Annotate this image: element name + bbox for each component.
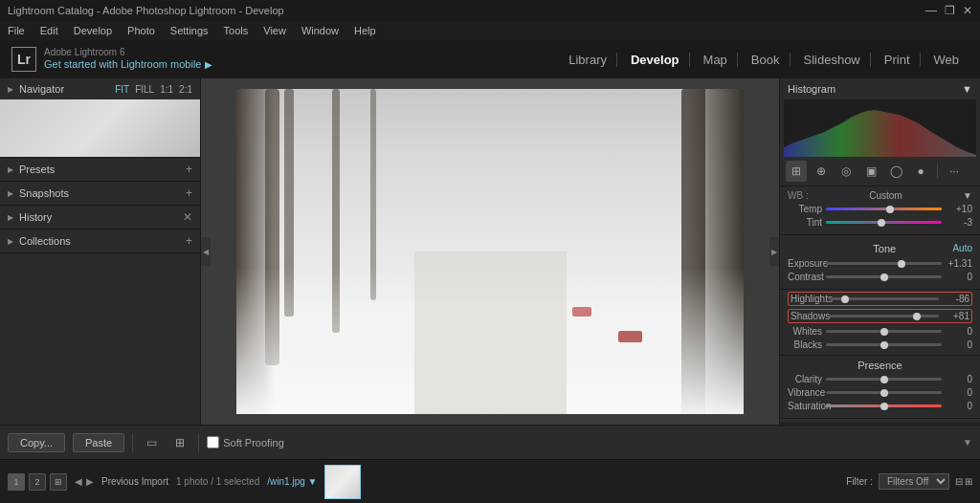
menu-window[interactable]: Window — [301, 25, 339, 36]
clarity-thumb[interactable] — [880, 376, 888, 383]
whites-thumb[interactable] — [880, 328, 888, 336]
menu-file[interactable]: File — [8, 25, 25, 36]
maximize-button[interactable]: ❐ — [945, 4, 955, 17]
nav-fill[interactable]: FILL — [135, 84, 154, 95]
blacks-slider[interactable] — [826, 343, 942, 346]
menu-view[interactable]: View — [263, 25, 286, 36]
nav-develop[interactable]: Develop — [621, 53, 690, 67]
shadows-thumb[interactable] — [913, 313, 921, 320]
collections-header[interactable]: ▶ Collections + — [0, 230, 200, 252]
menu-tools[interactable]: Tools — [224, 25, 249, 36]
nav-library[interactable]: Library — [559, 53, 617, 67]
more-tool[interactable]: ··· — [944, 161, 965, 182]
filter-dropdown[interactable]: Filters Off — [879, 473, 949, 490]
filmstrip-grid-icon[interactable]: ⊞ — [50, 473, 67, 491]
contrast-thumb[interactable] — [880, 273, 888, 281]
heal-tool[interactable]: ⊕ — [811, 161, 832, 182]
highlights-thumb[interactable] — [841, 295, 849, 303]
soft-proofing-toggle[interactable]: Soft Proofing — [207, 436, 284, 448]
tone-auto-btn[interactable]: Auto — [952, 243, 972, 253]
saturation-label: Saturation — [788, 401, 822, 411]
saturation-thumb[interactable] — [880, 403, 888, 410]
wb-dropdown-icon[interactable]: ▼ — [963, 190, 972, 201]
crop-tool[interactable]: ⊞ — [786, 161, 807, 182]
tint-thumb[interactable] — [878, 219, 885, 227]
grad-tool[interactable]: ▣ — [860, 161, 881, 182]
menu-photo[interactable]: Photo — [127, 25, 155, 36]
collections-add-icon[interactable]: + — [186, 234, 192, 248]
tint-slider[interactable] — [826, 221, 942, 224]
history-header[interactable]: ▶ History ✕ — [0, 206, 200, 229]
filmstrip-import-label[interactable]: Previous Import — [101, 476, 168, 487]
wb-value[interactable]: Custom — [869, 190, 902, 201]
filmstrip-prev-arrow[interactable]: ◀ — [75, 476, 82, 487]
menu-help[interactable]: Help — [354, 25, 376, 36]
nav-map[interactable]: Map — [694, 53, 738, 67]
presets-header[interactable]: ▶ Presets + — [0, 158, 200, 181]
nav-2to1[interactable]: 2:1 — [179, 84, 192, 95]
clarity-slider[interactable] — [826, 378, 942, 381]
paste-button[interactable]: Paste — [73, 433, 124, 452]
nav-fit[interactable]: FIT — [115, 84, 129, 95]
copy-button[interactable]: Copy... — [8, 433, 65, 452]
temp-thumb[interactable] — [886, 206, 894, 213]
vibrance-thumb[interactable] — [880, 389, 888, 397]
film-thumb-1[interactable] — [324, 465, 361, 499]
filmstrip-single-view[interactable]: 1 — [8, 473, 25, 491]
blacks-thumb[interactable] — [880, 341, 888, 349]
tint-value: -3 — [946, 217, 972, 228]
snapshots-header[interactable]: ▶ Snapshots + — [0, 182, 200, 205]
radial-tool[interactable]: ◯ — [885, 161, 906, 182]
filmstrip-grid-view[interactable]: 2 — [29, 473, 46, 491]
right-panel-collapse[interactable]: ▶ — [769, 237, 779, 266]
presets-add-icon[interactable]: + — [186, 163, 192, 176]
filmstrip-next-arrow[interactable]: ▶ — [86, 476, 94, 487]
exposure-slider[interactable] — [826, 262, 942, 265]
nav-slideshow[interactable]: Slideshow — [794, 53, 871, 67]
history-clear-icon[interactable]: ✕ — [183, 210, 192, 224]
saturation-value: 0 — [946, 401, 972, 411]
redeye-tool[interactable]: ◎ — [835, 161, 857, 182]
temp-slider[interactable] — [826, 208, 942, 210]
whites-slider[interactable] — [826, 330, 942, 333]
nav-print[interactable]: Print — [875, 53, 921, 67]
filmstrip-lock-icon[interactable]: ⊟ — [955, 476, 963, 487]
snapshots-label: Snapshots — [19, 187, 69, 199]
whites-slider-row: Whites 0 — [788, 326, 972, 337]
highlights-slider[interactable] — [829, 297, 939, 300]
nav-1to1[interactable]: 1:1 — [160, 84, 173, 95]
close-button[interactable]: ✕ — [963, 4, 972, 17]
tool-separator — [937, 164, 938, 179]
compare-view-btn[interactable]: ⊞ — [169, 432, 190, 453]
soft-proofing-checkbox[interactable] — [207, 436, 219, 448]
histogram-area — [784, 99, 976, 157]
filmstrip-nav: ◀ ▶ — [75, 476, 94, 487]
nav-book[interactable]: Book — [742, 53, 791, 67]
titlebar-controls[interactable]: — ❐ ✕ — [925, 4, 972, 17]
filmstrip-expand-icon[interactable]: ⊞ — [965, 476, 972, 487]
minimize-button[interactable]: — — [925, 4, 937, 17]
menu-edit[interactable]: Edit — [40, 25, 58, 36]
filmstrip-dropdown-icon[interactable]: ▼ — [308, 476, 318, 487]
brush-tool[interactable]: ● — [910, 161, 931, 182]
left-panel-collapse[interactable]: ◀ — [201, 237, 211, 266]
lr-mobile-text[interactable]: Get started with Lightroom mobile — [44, 58, 201, 71]
saturation-slider[interactable] — [826, 405, 942, 407]
snapshots-add-icon[interactable]: + — [186, 186, 192, 200]
exposure-thumb[interactable] — [898, 260, 905, 268]
center-panel — [201, 78, 779, 425]
nav-web[interactable]: Web — [924, 53, 969, 67]
menu-develop[interactable]: Develop — [74, 25, 112, 36]
temp-value: +10 — [946, 204, 972, 214]
navigator-header[interactable]: ▶ Navigator FIT FILL 1:1 2:1 — [0, 78, 200, 99]
loupe-view-btn[interactable]: ▭ — [141, 432, 162, 453]
contrast-slider[interactable] — [826, 275, 942, 278]
vibrance-slider[interactable] — [826, 391, 942, 394]
shadows-slider[interactable] — [829, 315, 939, 317]
filmstrip-filename[interactable]: /win1.jpg ▼ — [267, 476, 317, 487]
menu-settings[interactable]: Settings — [170, 25, 209, 36]
toolbar-dropdown-arrow[interactable]: ▼ — [963, 437, 972, 448]
topbar: Lr Adobe Lightroom 6 Get started with Li… — [0, 40, 980, 78]
snapshots-section: ▶ Snapshots + — [0, 182, 200, 206]
histogram-header[interactable]: Histogram ▼ — [780, 78, 980, 99]
